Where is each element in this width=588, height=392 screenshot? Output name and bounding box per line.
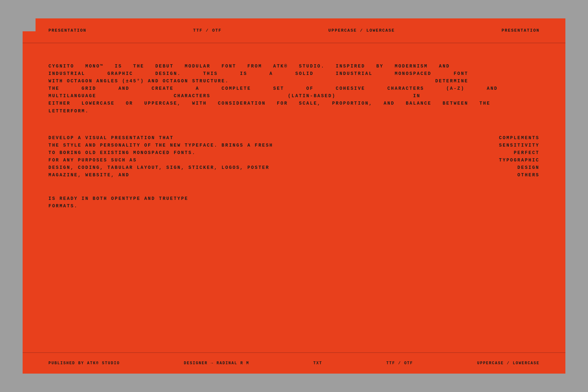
right-line6: OTHERS: [518, 172, 540, 178]
main-content: CYGNITO MONO™ IS THE DEBUT MODULAR FONT …: [23, 43, 565, 352]
footer-center-right: TTF / OTF: [386, 361, 413, 366]
left-line5: DESIGN, CODING, TABULAR LAYOUT, SIGN, ST…: [48, 165, 269, 170]
right-line1: COMPLEMENTS: [499, 135, 540, 140]
header-center: UPPERCASE / LOWERCASE: [328, 28, 395, 33]
right-notch-top: [565, 64, 583, 89]
footer-left: PUBLISHED BY ATK® STUDIO: [48, 361, 120, 366]
formats-line2: FORMATS.: [48, 203, 78, 209]
right-line2: SENSITIVITY: [499, 143, 540, 148]
right-notch-bottom: [565, 303, 583, 328]
header-center-left: TTF / OTF: [193, 28, 222, 33]
left-column: DEVELOP A VISUAL PRESENTATION THAT THE S…: [48, 134, 343, 179]
left-notch-top: [5, 64, 23, 89]
footer-center: TXT: [313, 361, 322, 366]
left-line4: FOR ANY PURPOSES SUCH AS: [48, 158, 137, 163]
main-page: PRESENTATION TTF / OTF UPPERCASE / LOWER…: [23, 18, 565, 374]
left-col-text: DEVELOP A VISUAL PRESENTATION THAT THE S…: [48, 134, 343, 179]
description-text: CYGNITO MONO™ IS THE DEBUT MODULAR FONT …: [48, 63, 540, 115]
spacer: [48, 210, 540, 242]
header-right: PRESENTATION: [501, 28, 540, 33]
formats-text: IS READY IN BOTH OPENTYPE AND TRUETYPE F…: [48, 195, 540, 210]
page-header: PRESENTATION TTF / OTF UPPERCASE / LOWER…: [23, 18, 565, 43]
left-line1: DEVELOP A VISUAL PRESENTATION THAT: [48, 135, 174, 140]
right-line5: DESIGN: [518, 165, 540, 170]
footer-center-left: DESIGNER → RADINAL R M: [184, 361, 249, 366]
header-left: PRESENTATION: [48, 28, 87, 33]
page-footer: PUBLISHED BY ATK® STUDIO DESIGNER → RADI…: [23, 352, 565, 374]
two-column-section: DEVELOP A VISUAL PRESENTATION THAT THE S…: [48, 134, 540, 179]
right-line3: PERFECT: [514, 150, 540, 155]
footer-right: UPPERCASE / LOWERCASE: [477, 361, 540, 366]
right-line4: TYPOGRAPHIC: [499, 158, 540, 163]
description-block: CYGNITO MONO™ IS THE DEBUT MODULAR FONT …: [48, 63, 540, 115]
left-line2: THE STYLE AND PERSONALITY OF THE NEW TYP…: [48, 143, 273, 148]
left-line6: MAGAZINE, WEBSITE, AND: [48, 172, 130, 178]
right-col-text: COMPLEMENTS SENSITIVITY PERFECT TYPOGRAP…: [499, 134, 540, 179]
right-column: COMPLEMENTS SENSITIVITY PERFECT TYPOGRAP…: [499, 134, 540, 179]
left-line3: TO BORING OLD EXISTING MONOSPACED FONTS.: [48, 150, 196, 155]
left-notch-bottom: [5, 303, 23, 328]
formats-line1: IS READY IN BOTH OPENTYPE AND TRUETYPE: [48, 196, 188, 201]
formats-block: IS READY IN BOTH OPENTYPE AND TRUETYPE F…: [48, 195, 540, 210]
